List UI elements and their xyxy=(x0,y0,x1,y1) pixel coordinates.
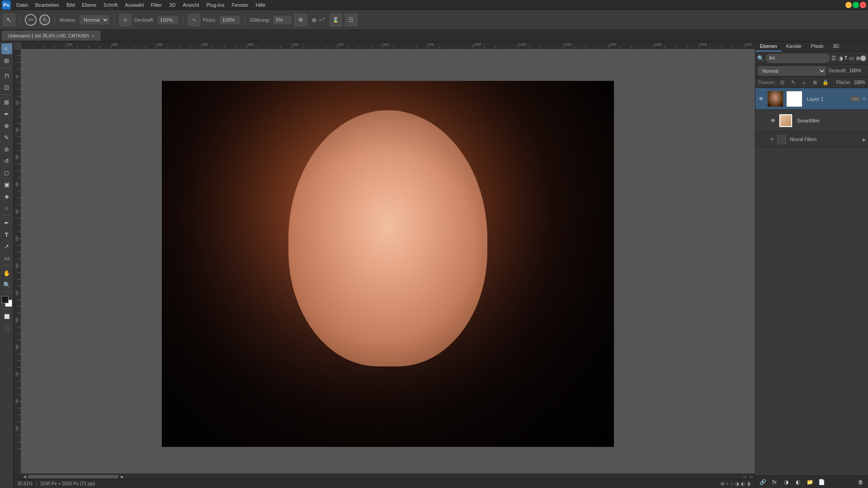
foreground-color-swatch[interactable] xyxy=(1,296,9,303)
zoom-tool-icon[interactable]: 🔍 xyxy=(1,279,12,290)
new-layer-btn[interactable]: 📄 xyxy=(817,478,826,487)
adj-btn[interactable]: ◐ xyxy=(741,481,745,486)
lock-transparent-btn[interactable]: ⊡ xyxy=(778,79,786,87)
minimize-button[interactable]: − xyxy=(845,2,852,8)
nav-right-btn[interactable]: ▷ xyxy=(749,474,754,479)
arrange-btn[interactable]: ⊞ xyxy=(721,481,724,486)
opacity-btn[interactable]: ⊙ xyxy=(119,14,132,26)
menu-filter[interactable]: Filter xyxy=(147,1,165,9)
tab-ebenen[interactable]: Ebenen xyxy=(755,42,782,52)
filter-kind-icon[interactable]: 🔍 xyxy=(757,54,764,63)
neural-vis[interactable]: 👁 xyxy=(769,136,775,143)
neural-expand-icon[interactable]: ▶ xyxy=(863,137,866,142)
layer-effects-btn[interactable]: fx xyxy=(770,478,779,487)
lock-image-btn[interactable]: ✎ xyxy=(789,79,797,87)
menu-3d[interactable]: 3D xyxy=(165,1,179,9)
document-tab[interactable]: Unbenannt-1 bei 35,6% (×50, CMYK/8#) × xyxy=(2,31,100,41)
filter-smart-icon[interactable]: ⊕ xyxy=(856,54,860,63)
lock-artboard-btn[interactable]: ⊞ xyxy=(811,79,819,87)
scroll-right-btn[interactable]: ▶ xyxy=(119,474,125,479)
layers-search-input[interactable] xyxy=(766,54,830,63)
smooth-options-btn[interactable]: ⚙ xyxy=(294,14,307,26)
scrollbar-horizontal[interactable]: ◀ ▶ ◁ ▷ xyxy=(21,474,755,479)
flow-input[interactable] xyxy=(220,16,240,24)
artboard-tool-icon[interactable]: ⊞ xyxy=(1,55,12,66)
tab-close-btn[interactable]: × xyxy=(92,33,94,38)
status-div xyxy=(36,481,37,487)
move-tool-btn[interactable]: ↖ xyxy=(3,14,15,26)
type-tool-icon[interactable]: T xyxy=(1,229,12,240)
menu-bild[interactable]: Bild xyxy=(63,1,78,9)
scroll-left-btn[interactable]: ◀ xyxy=(22,474,27,479)
tab-kanaele[interactable]: Kanäle xyxy=(782,42,806,52)
filter-shape-icon[interactable]: ▭ xyxy=(849,54,854,63)
menu-datei[interactable]: Datei xyxy=(13,1,32,9)
filter-toggle[interactable] xyxy=(862,55,866,61)
menu-auswahl[interactable]: Auswahl xyxy=(121,1,147,9)
pressure-btn[interactable]: ☷ xyxy=(345,14,358,26)
pen-tool-icon[interactable]: ✒ xyxy=(1,217,12,228)
brush-tool-icon[interactable]: ✎ xyxy=(1,132,12,143)
screen-mode-icon[interactable]: ⬛ xyxy=(1,323,12,333)
filter-adj-icon[interactable]: ◑ xyxy=(838,54,843,63)
eyedropper-tool-icon[interactable]: ✒ xyxy=(1,108,12,119)
hand-tool-icon[interactable]: ✋ xyxy=(1,267,12,278)
select-tool-icon[interactable]: ⊡ xyxy=(1,82,12,93)
history-brush-icon[interactable]: ↺ xyxy=(1,155,12,166)
tab-3d[interactable]: 3D xyxy=(828,42,844,52)
clone-tool-icon[interactable]: ⊘ xyxy=(1,144,12,155)
menu-ebene[interactable]: Ebene xyxy=(78,1,100,9)
blur-tool-icon[interactable]: ◈ xyxy=(1,191,12,202)
scroll-thumb-h[interactable] xyxy=(28,475,118,479)
trash-btn[interactable]: 🗑 xyxy=(747,481,751,486)
move-tool-icon[interactable]: ↖ xyxy=(1,43,12,54)
adjustment-btn[interactable]: ◐ xyxy=(793,478,802,487)
menu-hilfe[interactable]: Hilfe xyxy=(252,1,269,9)
gradient-tool-icon[interactable]: ▣ xyxy=(1,179,12,190)
mode-select[interactable]: Normal xyxy=(80,15,109,24)
menu-bearbeiten[interactable]: Bearbeiten xyxy=(32,1,63,9)
dodge-tool-icon[interactable]: ○ xyxy=(1,202,12,213)
layer-options-1[interactable]: ⚙ xyxy=(862,96,866,101)
filter-pixel-icon[interactable]: ☰ xyxy=(831,54,836,63)
color-swatches[interactable] xyxy=(1,296,12,307)
group-btn[interactable]: 📁 xyxy=(805,478,814,487)
smooth-input[interactable] xyxy=(274,16,292,24)
path-selection-icon[interactable]: ↗ xyxy=(1,241,12,252)
close-button[interactable]: × xyxy=(860,2,866,8)
healing-tool-icon[interactable]: ⊕ xyxy=(1,120,12,131)
new-doc-btn[interactable]: + xyxy=(726,481,729,486)
menu-fenster[interactable]: Fenster xyxy=(228,1,252,9)
layer-vis-1[interactable]: 👁 xyxy=(757,95,765,103)
layer-item-smart[interactable]: 👁 Smartfilter xyxy=(755,110,868,131)
add-mask-btn[interactable]: ◑ xyxy=(782,478,791,487)
filter-type-icon[interactable]: T xyxy=(844,54,847,63)
layer-item-neural[interactable]: 👁 Neural Filters ▶ xyxy=(755,131,868,148)
canvas-wrap[interactable]: ◀ ▶ ◁ ▷ xyxy=(21,49,755,479)
blend-mode-select[interactable]: Normal xyxy=(758,66,826,75)
delete-layer-btn[interactable]: 🗑 xyxy=(856,478,865,487)
crop-tool-icon[interactable]: ⊠ xyxy=(1,97,12,108)
lock-position-btn[interactable]: + xyxy=(800,79,808,87)
shape-tool-icon[interactable]: ▭ xyxy=(1,253,12,263)
flow-btn[interactable]: ∿ xyxy=(188,14,200,26)
menu-schrift[interactable]: Schrift xyxy=(100,1,121,9)
menu-ansicht[interactable]: Ansicht xyxy=(179,1,203,9)
link-layers-btn[interactable]: 🔗 xyxy=(758,478,767,487)
lock-all-btn[interactable]: 🔒 xyxy=(821,79,830,87)
layer-item-1[interactable]: 👁 Layer 1 +50 ⚙ xyxy=(755,88,868,110)
app-icon[interactable]: Ps xyxy=(2,0,11,9)
opacity-input[interactable] xyxy=(158,16,178,24)
brush-preset-btn[interactable]: ✎ xyxy=(39,14,50,25)
mask-btn[interactable]: ◑ xyxy=(735,481,739,486)
eraser-tool-icon[interactable]: ◻ xyxy=(1,167,12,178)
lasso-tool-icon[interactable]: ⊓ xyxy=(1,70,12,81)
layer-vis-smart[interactable]: 👁 xyxy=(769,117,777,125)
nav-left-btn[interactable]: ◁ xyxy=(741,474,747,479)
tab-pfade[interactable]: Pfade xyxy=(806,42,828,52)
maximize-button[interactable]: □ xyxy=(853,2,859,8)
menu-plugins[interactable]: Plug-ins xyxy=(203,1,228,9)
quick-mask-icon[interactable]: ⬜ xyxy=(1,311,12,322)
layer-btn[interactable]: □ xyxy=(731,481,733,486)
symmetry-btn[interactable]: ⌛ xyxy=(330,14,342,26)
